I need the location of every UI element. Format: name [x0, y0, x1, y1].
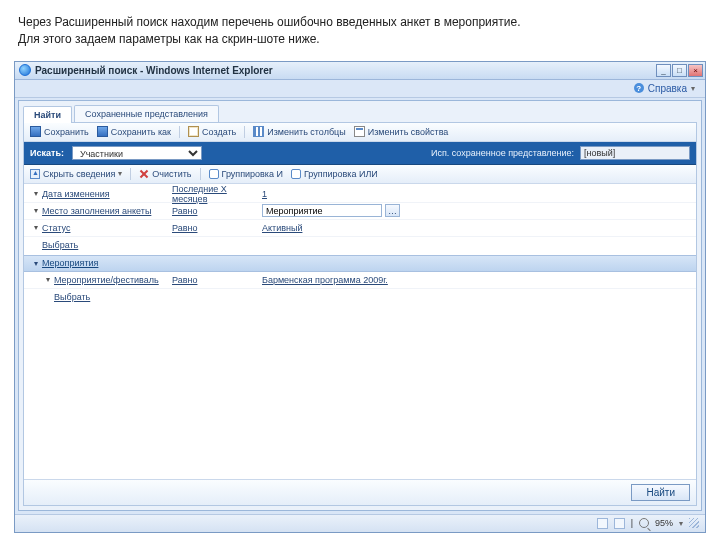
status-bar: | 95% ▾	[15, 514, 705, 532]
save-as-icon	[97, 126, 108, 137]
search-entity-row: Искать: Участники Исп. сохраненное предс…	[24, 142, 696, 165]
close-button[interactable]: ×	[688, 64, 703, 77]
instruction-line1: Через Расширенный поиск находим перечень…	[18, 14, 706, 31]
edit-properties-button[interactable]: Изменить свойства	[354, 126, 449, 137]
value-link[interactable]: 1	[262, 189, 422, 199]
help-link[interactable]: Справка	[648, 83, 687, 94]
field-link[interactable]: Мероприятие/фестиваль	[54, 275, 172, 285]
instruction-line2: Для этого задаем параметры как на скрин-…	[18, 31, 706, 48]
nested-criteria: ▾ Мероприятие/фестиваль Равно Барменская…	[24, 272, 696, 307]
columns-icon	[253, 126, 264, 137]
operator-link[interactable]: Равно	[172, 206, 262, 216]
chevron-down-icon: ▾	[691, 84, 695, 93]
separator	[200, 168, 201, 180]
operator-link[interactable]: Последние X месяцев	[172, 184, 262, 204]
tab-saved-views[interactable]: Сохраненные представления	[74, 105, 219, 122]
blank-area	[24, 307, 696, 479]
collapse-icon	[30, 169, 40, 179]
separator	[179, 126, 180, 138]
edit-columns-button[interactable]: Изменить столбцы	[253, 126, 345, 137]
operator-link[interactable]: Равно	[172, 223, 262, 233]
help-icon: ?	[634, 83, 644, 93]
group-header[interactable]: ▾ Мероприятия	[24, 255, 696, 272]
ie-icon	[19, 64, 31, 76]
resize-grip-icon[interactable]	[689, 518, 699, 528]
status-icon	[597, 518, 608, 529]
lookup-input[interactable]	[262, 204, 382, 217]
criteria-row: ▾ Мероприятие/фестиваль Равно Барменская…	[24, 272, 696, 289]
find-button[interactable]: Найти	[631, 484, 690, 501]
status-icon	[614, 518, 625, 529]
content-frame: Найти Сохраненные представления Сохранит…	[18, 100, 702, 511]
row-menu-icon[interactable]: ▾	[42, 275, 54, 284]
save-as-button[interactable]: Сохранить как	[97, 126, 171, 137]
clear-icon	[139, 169, 149, 179]
zoom-dropdown-icon[interactable]: ▾	[679, 519, 683, 528]
criteria-area: ▾ Дата изменения Последние X месяцев 1 ▾…	[24, 184, 696, 307]
entity-select[interactable]: Участники	[72, 146, 202, 160]
minimize-button[interactable]: _	[656, 64, 671, 77]
field-link[interactable]: Место заполнения анкеты	[42, 206, 172, 216]
maximize-button[interactable]: □	[672, 64, 687, 77]
titlebar: Расширенный поиск - Windows Internet Exp…	[15, 62, 705, 80]
properties-icon	[354, 126, 365, 137]
zoom-icon	[639, 518, 649, 528]
group-and-button[interactable]: Группировка И	[209, 169, 283, 179]
add-criteria-link[interactable]: Выбрать	[54, 292, 90, 302]
hide-details-button[interactable]: Скрыть сведения ▾	[30, 169, 122, 179]
panel-footer: Найти	[24, 479, 696, 505]
new-icon	[188, 126, 199, 137]
group-or-button[interactable]: Группировка ИЛИ	[291, 169, 378, 179]
separator	[130, 168, 131, 180]
value-lookup: …	[262, 204, 422, 217]
window-title: Расширенный поиск - Windows Internet Exp…	[35, 65, 273, 76]
select-row: Выбрать	[24, 289, 696, 307]
field-link[interactable]: Статус	[42, 223, 172, 233]
value-link[interactable]: Барменская программа 2009г.	[262, 275, 422, 285]
toolbar-criteria: Скрыть сведения ▾ Очистить Группировка И…	[24, 165, 696, 184]
zoom-level[interactable]: 95%	[655, 518, 673, 528]
group-title[interactable]: Мероприятия	[42, 258, 98, 268]
save-button[interactable]: Сохранить	[30, 126, 89, 137]
add-criteria-link[interactable]: Выбрать	[42, 240, 78, 250]
group-menu-icon[interactable]: ▾	[30, 259, 42, 268]
group-and-icon	[209, 169, 219, 179]
field-link[interactable]: Дата изменения	[42, 189, 172, 199]
tab-find[interactable]: Найти	[23, 106, 72, 123]
operator-link[interactable]: Равно	[172, 275, 262, 285]
value-link[interactable]: Активный	[262, 223, 422, 233]
saved-view-label: Исп. сохраненное представление:	[431, 148, 574, 158]
search-label: Искать:	[30, 148, 64, 158]
status-sep: |	[631, 518, 633, 528]
criteria-row: ▾ Статус Равно Активный	[24, 220, 696, 237]
save-icon	[30, 126, 41, 137]
criteria-row: ▾ Место заполнения анкеты Равно …	[24, 203, 696, 220]
row-menu-icon[interactable]: ▾	[30, 223, 42, 232]
row-menu-icon[interactable]: ▾	[30, 206, 42, 215]
instruction-text: Через Расширенный поиск находим перечень…	[0, 0, 720, 57]
criteria-row: ▾ Дата изменения Последние X месяцев 1	[24, 186, 696, 203]
browser-window: Расширенный поиск - Windows Internet Exp…	[14, 61, 706, 533]
toolbar-main: Сохранить Сохранить как Создать Изменить…	[24, 123, 696, 142]
lookup-button[interactable]: …	[385, 204, 400, 217]
saved-view-field[interactable]	[580, 146, 690, 160]
help-bar: ? Справка ▾	[15, 80, 705, 98]
create-button[interactable]: Создать	[188, 126, 236, 137]
search-panel: Сохранить Сохранить как Создать Изменить…	[23, 122, 697, 506]
select-row: Выбрать	[24, 237, 696, 255]
row-menu-icon[interactable]: ▾	[30, 189, 42, 198]
separator	[244, 126, 245, 138]
tabs: Найти Сохраненные представления	[19, 101, 701, 122]
clear-button[interactable]: Очистить	[139, 169, 191, 179]
group-or-icon	[291, 169, 301, 179]
